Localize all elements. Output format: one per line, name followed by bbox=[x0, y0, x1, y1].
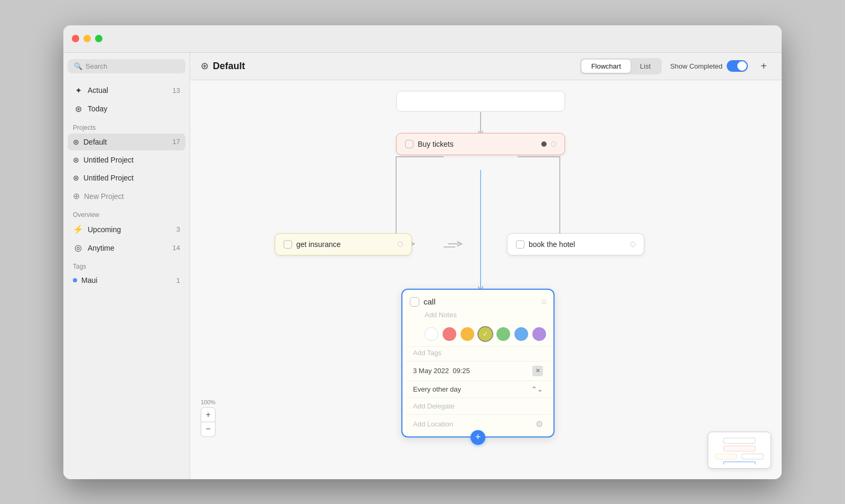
sidebar-label-actual: Actual bbox=[88, 86, 173, 94]
buy-tickets-dot bbox=[541, 141, 547, 147]
buy-tickets-node[interactable]: Buy tickets bbox=[396, 133, 565, 155]
sidebar-project-label-default: Default bbox=[83, 137, 173, 147]
content-header: ⊛ Default Flowchart List Show Completed … bbox=[190, 53, 782, 80]
sidebar-count-upcoming: 3 bbox=[176, 225, 180, 233]
get-insurance-node[interactable]: get insurance bbox=[275, 233, 412, 255]
call-title: call bbox=[424, 297, 538, 306]
call-menu-dot[interactable] bbox=[542, 300, 546, 304]
projects-section-label: Projects bbox=[68, 119, 185, 134]
overview-section-label: Overview bbox=[68, 206, 185, 221]
maximize-button[interactable] bbox=[95, 35, 102, 42]
sidebar-count-maui: 1 bbox=[176, 277, 180, 284]
search-input[interactable]: Search bbox=[86, 62, 107, 70]
today-icon: ⊛ bbox=[73, 104, 83, 114]
call-repeat: Every other day bbox=[413, 385, 528, 393]
call-add-delegate[interactable]: Add Delegate bbox=[406, 397, 550, 414]
minimize-button[interactable] bbox=[83, 35, 91, 42]
sidebar-project-label-untitled1: Untitled Project bbox=[83, 155, 180, 165]
sidebar-label-today: Today bbox=[88, 104, 180, 113]
get-insurance-checkbox[interactable] bbox=[284, 240, 292, 249]
svg-rect-13 bbox=[716, 454, 737, 459]
zoom-level: 100% bbox=[201, 399, 215, 405]
minimap[interactable] bbox=[708, 432, 771, 469]
app-window: 🔍 Search ✦ Actual 13 ⊛ Today Projects ⊛ … bbox=[63, 25, 782, 479]
tags-section-label: Tags bbox=[68, 258, 185, 272]
project-title-area: ⊛ Default bbox=[201, 60, 571, 72]
book-hotel-node[interactable]: book the hotel bbox=[507, 233, 644, 255]
book-hotel-dot bbox=[630, 242, 635, 247]
color-red[interactable] bbox=[443, 327, 456, 341]
zoom-in-button[interactable]: + bbox=[201, 407, 215, 422]
call-add-tags[interactable]: Add Tags bbox=[406, 346, 550, 361]
anytime-icon: ◎ bbox=[73, 243, 83, 253]
call-color-row: ✓ bbox=[402, 324, 553, 346]
sidebar-project-label-untitled2: Untitled Project bbox=[83, 173, 180, 183]
svg-rect-12 bbox=[724, 446, 755, 451]
color-yellow-selected[interactable]: ✓ bbox=[478, 327, 492, 341]
new-project-icon: ⊕ bbox=[73, 191, 80, 201]
svg-rect-15 bbox=[724, 462, 755, 464]
add-child-button[interactable]: + bbox=[471, 430, 485, 445]
get-insurance-dot bbox=[398, 242, 403, 247]
show-completed-area: Show Completed bbox=[670, 60, 748, 72]
gear-icon[interactable]: ⚙ bbox=[536, 419, 543, 429]
sidebar-item-today[interactable]: ⊛ Today bbox=[68, 100, 185, 118]
project-icon-untitled2: ⊛ bbox=[73, 174, 79, 182]
call-checkbox[interactable] bbox=[410, 297, 419, 307]
sidebar-count-actual: 13 bbox=[173, 87, 180, 94]
color-white[interactable] bbox=[425, 327, 438, 341]
close-button[interactable] bbox=[72, 35, 79, 42]
color-blue[interactable] bbox=[514, 327, 528, 341]
sidebar-project-untitled-2[interactable]: ⊛ Untitled Project bbox=[68, 169, 185, 186]
zoom-out-button[interactable]: − bbox=[201, 422, 215, 437]
top-connector-node bbox=[396, 91, 565, 112]
sidebar-project-default[interactable]: ⊛ Default 17 bbox=[68, 134, 185, 150]
project-title: Default bbox=[213, 61, 245, 72]
call-add-notes[interactable]: Add Notes bbox=[402, 311, 553, 324]
sidebar-label-anytime: Anytime bbox=[88, 244, 173, 252]
sidebar-item-upcoming[interactable]: ⚡ Upcoming 3 bbox=[68, 221, 185, 238]
color-orange[interactable] bbox=[461, 327, 474, 341]
sidebar-label-upcoming: Upcoming bbox=[88, 225, 176, 234]
book-hotel-label: book the hotel bbox=[529, 240, 626, 249]
new-project-button[interactable]: ⊕ New Project bbox=[68, 187, 185, 205]
sidebar-item-actual[interactable]: ✦ Actual 13 bbox=[68, 82, 185, 99]
toggle-knob bbox=[737, 61, 747, 71]
content-area: ⊛ Default Flowchart List Show Completed … bbox=[190, 53, 782, 479]
show-completed-label: Show Completed bbox=[670, 62, 722, 70]
titlebar bbox=[63, 25, 782, 53]
minimap-content bbox=[708, 432, 771, 468]
get-insurance-label: get insurance bbox=[296, 240, 393, 249]
project-icon-default: ⊛ bbox=[73, 138, 79, 146]
sidebar-label-maui: Maui bbox=[81, 276, 176, 284]
date-clear-button[interactable]: ✕ bbox=[532, 366, 543, 376]
sidebar-item-maui[interactable]: Maui 1 bbox=[68, 272, 185, 288]
main-layout: 🔍 Search ✦ Actual 13 ⊛ Today Projects ⊛ … bbox=[63, 53, 782, 479]
tab-list[interactable]: List bbox=[631, 60, 660, 73]
call-date: 3 May 2022 09:25 bbox=[413, 367, 528, 375]
call-repeat-row: Every other day ⌃⌄ bbox=[406, 381, 550, 397]
flowchart-canvas: Buy tickets get insurance book the hotel bbox=[190, 80, 782, 479]
traffic-lights bbox=[72, 35, 102, 42]
sidebar-project-untitled-1[interactable]: ⊛ Untitled Project bbox=[68, 151, 185, 168]
book-hotel-checkbox[interactable] bbox=[516, 240, 524, 249]
sidebar-item-anytime[interactable]: ◎ Anytime 14 bbox=[68, 239, 185, 256]
svg-rect-14 bbox=[742, 454, 763, 459]
call-node-header: call bbox=[402, 290, 553, 311]
add-button[interactable]: + bbox=[756, 59, 771, 73]
buy-tickets-dot2 bbox=[551, 141, 556, 147]
tab-flowchart[interactable]: Flowchart bbox=[581, 60, 630, 73]
search-icon: 🔍 bbox=[74, 62, 82, 70]
sidebar-project-count-default: 17 bbox=[173, 138, 180, 146]
color-green[interactable] bbox=[496, 327, 510, 341]
show-completed-toggle[interactable] bbox=[727, 60, 748, 72]
search-bar[interactable]: 🔍 Search bbox=[68, 59, 185, 73]
call-date-row: 3 May 2022 09:25 ✕ bbox=[406, 361, 550, 381]
actual-icon: ✦ bbox=[73, 85, 83, 96]
sidebar: 🔍 Search ✦ Actual 13 ⊛ Today Projects ⊛ … bbox=[63, 53, 190, 479]
upcoming-icon: ⚡ bbox=[73, 224, 83, 234]
zoom-controls: 100% + − bbox=[201, 399, 215, 437]
color-purple[interactable] bbox=[532, 327, 546, 341]
buy-tickets-checkbox[interactable] bbox=[405, 140, 414, 148]
repeat-arrows-icon[interactable]: ⌃⌄ bbox=[531, 385, 543, 393]
